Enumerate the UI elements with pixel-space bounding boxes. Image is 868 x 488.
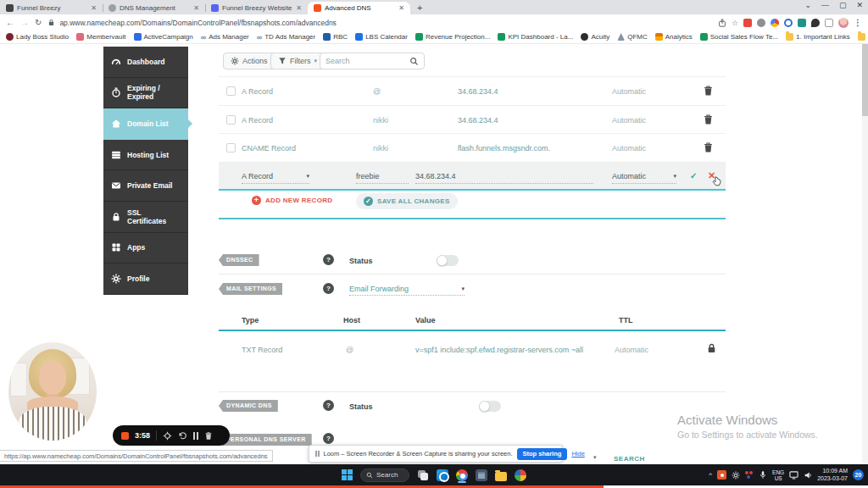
help-icon[interactable]: ? xyxy=(323,254,334,265)
help-icon[interactable]: ? xyxy=(323,283,334,294)
record-type-select[interactable]: A Record ▾ xyxy=(242,169,309,184)
tab-advanced-dns-active[interactable]: Advanced DNS ✕ xyxy=(308,2,410,14)
calculator-icon[interactable] xyxy=(476,469,487,481)
tab-website-install[interactable]: Funnel Breezy Website Install Q.. ✕ xyxy=(205,2,308,14)
bookmark[interactable]: QFMC xyxy=(617,33,648,41)
search-link[interactable]: SEARCH xyxy=(614,455,645,463)
tab-search-icon[interactable]: ⌄ xyxy=(804,1,811,9)
tab-close-icon[interactable]: ✕ xyxy=(91,4,97,12)
bookmark[interactable]: Acuity xyxy=(581,33,609,41)
speaker-icon[interactable] xyxy=(804,471,812,480)
search-icon[interactable] xyxy=(409,57,419,66)
notification-badge[interactable]: 20 xyxy=(853,469,864,480)
tab-funnel-breezy[interactable]: Funnel Breezy ✕ xyxy=(0,2,103,14)
extension-icon[interactable] xyxy=(743,19,752,27)
pause-recording-button[interactable] xyxy=(193,432,198,440)
loom-tray-icon[interactable] xyxy=(717,470,726,480)
tab-close-icon[interactable]: ✕ xyxy=(398,4,404,12)
extension-camera-icon[interactable] xyxy=(757,19,765,27)
bookmark[interactable]: ∞Ads Manager xyxy=(201,33,249,42)
taskbar-search[interactable]: Search xyxy=(360,469,409,482)
tab-close-icon[interactable]: ✕ xyxy=(296,4,302,12)
stop-sharing-button[interactable]: Stop sharing xyxy=(517,448,568,460)
record-checkbox[interactable] xyxy=(226,86,236,96)
dnssec-toggle[interactable] xyxy=(437,255,459,266)
bookmark[interactable]: Analytics xyxy=(655,33,693,41)
hide-banner-link[interactable]: Hide xyxy=(571,450,584,458)
tab-dns-management[interactable]: DNS Management ✕ xyxy=(103,2,205,14)
records-search-input[interactable] xyxy=(326,57,409,65)
app-tray-icon[interactable] xyxy=(745,471,754,480)
restart-recording-icon[interactable] xyxy=(178,431,187,441)
sidebar-item-dashboard[interactable]: Dashboard xyxy=(103,47,188,78)
browser-app-icon[interactable] xyxy=(515,469,526,481)
webcam-bubble[interactable] xyxy=(8,342,97,441)
windows-start-button[interactable] xyxy=(342,469,353,480)
chrome-icon[interactable] xyxy=(456,469,468,481)
gear-tray-icon[interactable] xyxy=(732,471,740,480)
sidebar-item-hosting-list[interactable]: Hosting List xyxy=(103,140,188,171)
sidebar-item-profile[interactable]: Profile xyxy=(103,263,188,295)
sidebar-item-domain-list[interactable]: Domain List xyxy=(103,108,188,140)
help-icon[interactable]: ? xyxy=(323,400,334,411)
language-indicator[interactable]: ENG US xyxy=(772,469,784,481)
delete-record-button[interactable] xyxy=(703,85,714,97)
back-button[interactable]: ← xyxy=(6,18,14,27)
bookmark[interactable]: Revenue Projection... xyxy=(415,33,491,41)
record-checkbox[interactable] xyxy=(226,143,236,152)
delete-recording-icon[interactable] xyxy=(204,431,213,441)
browser-menu-icon[interactable]: ⋮ xyxy=(854,18,862,27)
task-view-button[interactable] xyxy=(417,469,429,481)
stop-recording-button[interactable] xyxy=(121,432,129,440)
share-icon[interactable] xyxy=(718,19,726,27)
bookmark-folder[interactable]: Investing xyxy=(858,33,868,41)
sidebar-item-ssl-certificates[interactable]: SSL Certificates xyxy=(103,202,188,233)
window-close-button[interactable]: ✕ xyxy=(856,1,863,9)
bookmark[interactable]: Social Sales Flow Te... xyxy=(700,33,778,41)
bookmark[interactable]: ActiveCampaign xyxy=(134,33,193,41)
record-checkbox[interactable] xyxy=(226,115,236,125)
sidebar-item-private-email[interactable]: Private Email xyxy=(103,170,188,202)
cast-display-icon[interactable] xyxy=(789,470,798,480)
sidebar-item-expiring[interactable]: Expiring / Expired xyxy=(103,78,188,109)
file-explorer-icon[interactable] xyxy=(495,472,507,481)
omnibox[interactable]: ap.www.namecheap.com/Domains/DomainContr… xyxy=(47,19,712,27)
save-all-changes-button[interactable]: ✓ SAVE ALL CHANGES xyxy=(356,193,458,209)
microphone-icon[interactable] xyxy=(759,470,767,480)
extension-icon[interactable] xyxy=(798,19,806,27)
bookmark-star-icon[interactable]: ☆ xyxy=(732,19,738,27)
window-minimize-button[interactable]: — xyxy=(821,1,829,9)
bookmark[interactable]: LBS Calendar xyxy=(355,33,408,41)
outlook-icon[interactable] xyxy=(437,469,448,481)
window-restore-button[interactable]: ▢ xyxy=(839,1,847,9)
extensions-pin-icon[interactable] xyxy=(811,19,820,27)
bookmark[interactable]: ∞TD Ads Manager xyxy=(257,33,315,42)
bookmark-folder[interactable]: 1. Important Links xyxy=(786,33,850,41)
forward-button[interactable]: → xyxy=(20,18,29,27)
extension-icon[interactable] xyxy=(771,19,779,27)
bookmark[interactable]: Lady Boss Studio xyxy=(6,33,69,41)
taskbar-clock[interactable]: 10:09 AM 2023-03-07 xyxy=(817,468,848,482)
confirm-record-button[interactable]: ✓ xyxy=(690,171,697,180)
add-new-record-button[interactable]: + ADD NEW RECORD xyxy=(252,196,332,205)
delete-record-button[interactable] xyxy=(703,141,714,153)
side-panel-icon[interactable] xyxy=(825,19,833,27)
bookmark[interactable]: KPI Dashboard - La... xyxy=(498,33,573,41)
mail-settings-select[interactable]: Email Forwarding ▾ xyxy=(349,282,465,296)
bookmark[interactable]: Membervault xyxy=(76,33,125,41)
caret-down-icon[interactable]: ▾ xyxy=(593,454,597,461)
filters-button[interactable]: Filters ▾ xyxy=(270,53,325,69)
reload-button[interactable]: ↻ xyxy=(35,18,42,27)
new-tab-button[interactable]: + xyxy=(417,2,422,14)
profile-avatar[interactable] xyxy=(838,18,849,28)
sidebar-item-apps[interactable]: Apps xyxy=(103,233,188,264)
delete-record-button[interactable] xyxy=(703,114,714,125)
dynamic-dns-toggle[interactable] xyxy=(479,401,501,412)
tray-overflow-icon[interactable]: ^ xyxy=(709,471,712,479)
record-value-input[interactable] xyxy=(415,169,593,184)
scrollbar-thumb[interactable] xyxy=(862,44,868,116)
tab-close-icon[interactable]: ✕ xyxy=(193,4,199,12)
record-host-input[interactable] xyxy=(356,169,409,184)
extension-icon[interactable] xyxy=(784,19,793,27)
crosshair-icon[interactable] xyxy=(163,431,172,441)
